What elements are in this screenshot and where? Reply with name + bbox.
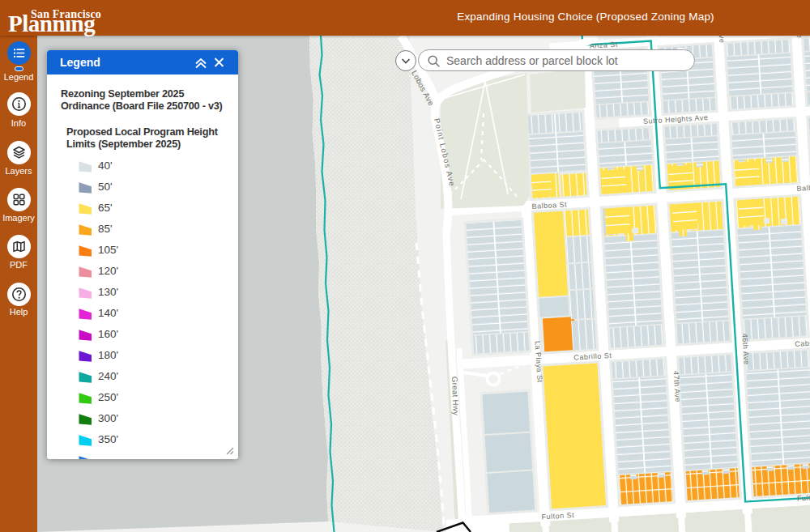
svg-text:Cabrillo St: Cabrillo St [795, 338, 810, 348]
svg-text:Balboa St: Balboa St [796, 182, 810, 193]
svg-text:Fulton St: Fulton St [797, 492, 810, 502]
svg-text:Great Hwy: Great Hwy [450, 377, 461, 416]
